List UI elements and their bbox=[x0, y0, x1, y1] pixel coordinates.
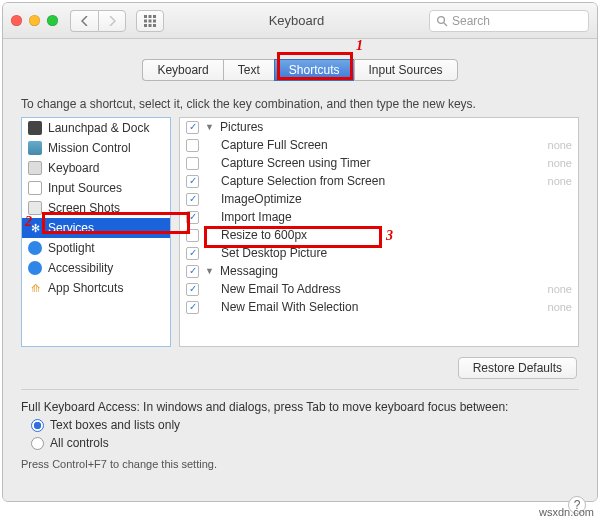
annotation-label-3: 3 bbox=[386, 228, 393, 244]
svg-rect-1 bbox=[149, 15, 152, 18]
item-new-email-with-selection[interactable]: New Email With Selectionnone bbox=[180, 298, 578, 316]
item-capture-full-screen[interactable]: Capture Full Screennone bbox=[180, 136, 578, 154]
svg-rect-8 bbox=[153, 24, 156, 27]
disclosure-triangle-icon[interactable]: ▼ bbox=[205, 122, 214, 132]
restore-defaults-button[interactable]: Restore Defaults bbox=[458, 357, 577, 379]
minimize-window-button[interactable] bbox=[29, 15, 40, 26]
window-title: Keyboard bbox=[170, 13, 423, 28]
fka-hint: Press Control+F7 to change this setting. bbox=[21, 458, 579, 470]
shortcut-panes: Launchpad & Dock Mission Control Keyboar… bbox=[21, 117, 579, 347]
forward-button[interactable] bbox=[98, 10, 126, 32]
back-button[interactable] bbox=[70, 10, 98, 32]
item-capture-selection[interactable]: Capture Selection from Screennone bbox=[180, 172, 578, 190]
category-keyboard[interactable]: Keyboard bbox=[22, 158, 170, 178]
tab-shortcuts[interactable]: Shortcuts bbox=[274, 59, 354, 81]
svg-rect-4 bbox=[149, 19, 152, 22]
category-app-shortcuts[interactable]: ⟰App Shortcuts bbox=[22, 278, 170, 298]
shortcut-list[interactable]: ▼ Pictures Capture Full Screennone Captu… bbox=[179, 117, 579, 347]
item-new-email-to-address[interactable]: New Email To Addressnone bbox=[180, 280, 578, 298]
radio-button[interactable] bbox=[31, 419, 44, 432]
tab-input-sources[interactable]: Input Sources bbox=[354, 59, 458, 81]
svg-rect-5 bbox=[153, 19, 156, 22]
full-keyboard-access-heading: Full Keyboard Access: In windows and dia… bbox=[21, 400, 579, 414]
group-pictures[interactable]: ▼ Pictures bbox=[180, 118, 578, 136]
window-controls bbox=[11, 15, 58, 26]
nav-buttons bbox=[70, 10, 126, 32]
svg-point-9 bbox=[438, 16, 445, 23]
checkbox[interactable] bbox=[186, 121, 199, 134]
checkbox[interactable] bbox=[186, 157, 199, 170]
svg-rect-3 bbox=[144, 19, 147, 22]
category-services[interactable]: ✻Services bbox=[22, 218, 170, 238]
screenshots-icon bbox=[28, 201, 42, 215]
category-launchpad[interactable]: Launchpad & Dock bbox=[22, 118, 170, 138]
category-screenshots[interactable]: Screen Shots bbox=[22, 198, 170, 218]
checkbox[interactable] bbox=[186, 247, 199, 260]
checkbox[interactable] bbox=[186, 139, 199, 152]
disclosure-triangle-icon[interactable]: ▼ bbox=[205, 266, 214, 276]
fka-option-all-controls[interactable]: All controls bbox=[31, 436, 579, 450]
app-shortcuts-icon: ⟰ bbox=[28, 281, 42, 295]
spotlight-icon bbox=[28, 241, 42, 255]
checkbox[interactable] bbox=[186, 175, 199, 188]
svg-line-10 bbox=[444, 23, 447, 26]
titlebar: Keyboard Search bbox=[3, 3, 597, 39]
mission-control-icon bbox=[28, 141, 42, 155]
restore-defaults-area: Restore Defaults bbox=[458, 357, 577, 379]
item-set-desktop-picture[interactable]: Set Desktop Picture bbox=[180, 244, 578, 262]
checkbox[interactable] bbox=[186, 229, 199, 242]
checkbox[interactable] bbox=[186, 211, 199, 224]
item-capture-timer[interactable]: Capture Screen using Timernone bbox=[180, 154, 578, 172]
launchpad-icon bbox=[28, 121, 42, 135]
preferences-window: Keyboard Search Keyboard Text Shortcuts … bbox=[2, 2, 598, 502]
item-import-image[interactable]: Import Image bbox=[180, 208, 578, 226]
item-imageoptimize[interactable]: ImageOptimize bbox=[180, 190, 578, 208]
category-accessibility[interactable]: Accessibility bbox=[22, 258, 170, 278]
watermark: wsxdn.com bbox=[539, 506, 594, 518]
search-placeholder: Search bbox=[452, 14, 490, 28]
accessibility-icon bbox=[28, 261, 42, 275]
zoom-window-button[interactable] bbox=[47, 15, 58, 26]
svg-rect-6 bbox=[144, 24, 147, 27]
content-area: Keyboard Text Shortcuts Input Sources To… bbox=[3, 39, 597, 501]
annotation-label-2: 2 bbox=[25, 214, 32, 230]
checkbox[interactable] bbox=[186, 193, 199, 206]
tab-text[interactable]: Text bbox=[223, 59, 274, 81]
svg-rect-2 bbox=[153, 15, 156, 18]
radio-button[interactable] bbox=[31, 437, 44, 450]
group-messaging[interactable]: ▼ Messaging bbox=[180, 262, 578, 280]
checkbox[interactable] bbox=[186, 283, 199, 296]
input-sources-icon bbox=[28, 181, 42, 195]
show-all-button[interactable] bbox=[136, 10, 164, 32]
tab-keyboard[interactable]: Keyboard bbox=[142, 59, 222, 81]
checkbox[interactable] bbox=[186, 301, 199, 314]
category-mission-control[interactable]: Mission Control bbox=[22, 138, 170, 158]
checkbox[interactable] bbox=[186, 265, 199, 278]
instruction-text: To change a shortcut, select it, click t… bbox=[21, 97, 579, 111]
category-list[interactable]: Launchpad & Dock Mission Control Keyboar… bbox=[21, 117, 171, 347]
search-field[interactable]: Search bbox=[429, 10, 589, 32]
svg-rect-7 bbox=[149, 24, 152, 27]
svg-rect-0 bbox=[144, 15, 147, 18]
item-resize-600px[interactable]: Resize to 600px bbox=[180, 226, 578, 244]
tab-bar: Keyboard Text Shortcuts Input Sources bbox=[21, 59, 579, 81]
close-window-button[interactable] bbox=[11, 15, 22, 26]
search-icon bbox=[436, 15, 448, 27]
fka-option-text-boxes[interactable]: Text boxes and lists only bbox=[31, 418, 579, 432]
annotation-label-1: 1 bbox=[356, 38, 363, 54]
keyboard-icon bbox=[28, 161, 42, 175]
divider bbox=[21, 389, 579, 390]
category-input-sources[interactable]: Input Sources bbox=[22, 178, 170, 198]
category-spotlight[interactable]: Spotlight bbox=[22, 238, 170, 258]
